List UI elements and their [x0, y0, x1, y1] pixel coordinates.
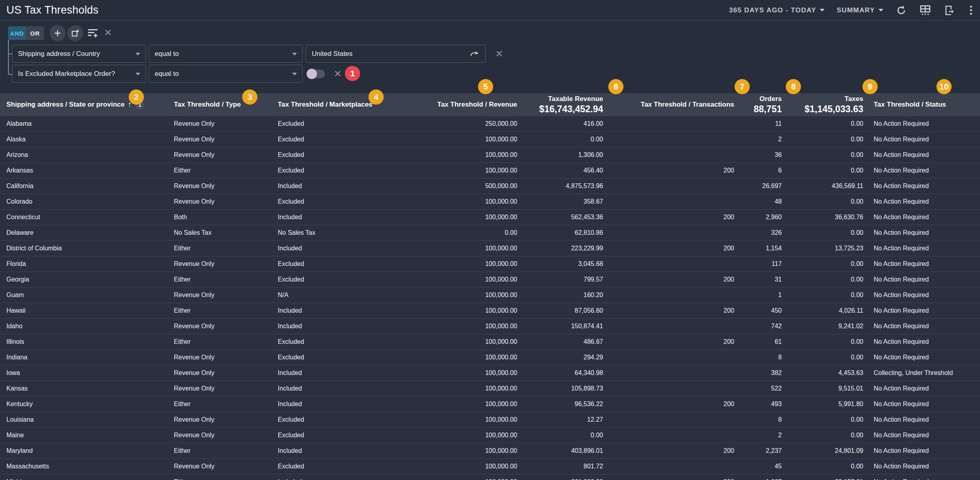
table-row[interactable]: GeorgiaEitherExcluded100,000.00799.57200… — [0, 272, 980, 288]
table-row[interactable]: CaliforniaRevenue OnlyIncluded500,000.00… — [0, 179, 980, 194]
cell-transactions: 200 — [606, 210, 737, 225]
column-total: $1,145,033.63 — [805, 104, 863, 115]
column-header-taxable-revenue[interactable]: Taxable Revenue $16,743,452.94 — [520, 95, 606, 115]
cell-type: Revenue Only — [174, 459, 278, 474]
or-button[interactable]: OR — [26, 26, 44, 40]
column-header-orders[interactable]: Orders 88,751 — [737, 95, 784, 115]
table-row[interactable]: KansasRevenue OnlyIncluded100,000.00105,… — [0, 381, 980, 397]
logic-toggle: AND OR — [8, 26, 44, 40]
chevron-down-icon — [292, 73, 297, 75]
remove-condition-icon[interactable]: ✕ — [334, 69, 342, 79]
cell-state: Florida — [0, 256, 174, 272]
table-row[interactable]: MarylandEitherIncluded100,000.00403,896.… — [0, 443, 980, 459]
cell-taxable_revenue: 801.72 — [520, 459, 606, 474]
cell-type: Revenue Only — [174, 194, 278, 209]
column-header-state[interactable]: Shipping address / State or province ↑ 1 — [0, 100, 174, 109]
table-row[interactable]: MichiganEitherIncluded100,000.00261,002.… — [0, 474, 980, 480]
cell-revenue: 100,000.00 — [436, 288, 520, 303]
column-header-status[interactable]: Tax Threshold / Status — [866, 101, 980, 109]
column-header-type[interactable]: Tax Threshold / Type — [174, 101, 278, 109]
cell-type: Revenue Only — [174, 350, 278, 365]
column-header-marketplaces[interactable]: Tax Threshold / Marketplaces — [278, 101, 436, 109]
filter-add-icon[interactable] — [87, 28, 99, 40]
cell-state: District of Columbia — [0, 241, 174, 256]
refresh-icon[interactable] — [895, 4, 907, 16]
table-icon[interactable] — [919, 4, 931, 16]
table-row[interactable]: FloridaRevenue OnlyExcluded100,000.003,0… — [0, 256, 980, 272]
cell-taxes: 13,725.23 — [784, 241, 866, 256]
column-header-taxes[interactable]: Taxes $1,145,033.63 — [784, 95, 866, 115]
cell-taxable_revenue: 62,810.86 — [520, 225, 606, 240]
filter-value-input[interactable]: United States — [306, 45, 486, 63]
clear-filters-icon[interactable]: ✕ — [104, 28, 112, 38]
cell-state: Idaho — [0, 319, 174, 334]
cell-marketplaces: Excluded — [278, 116, 436, 131]
table-row[interactable]: ArkansasEitherExcluded100,000.00456.4020… — [0, 163, 980, 179]
table-row[interactable]: MassachusettsRevenue OnlyExcluded100,000… — [0, 459, 980, 474]
cell-revenue: 100,000.00 — [436, 241, 520, 256]
cell-state: Kansas — [0, 381, 174, 396]
cell-transactions — [606, 319, 737, 334]
table-row[interactable]: KentuckyEitherIncluded100,000.0096,536.2… — [0, 397, 980, 412]
cell-type: Either — [174, 163, 278, 178]
cell-transactions — [606, 350, 737, 365]
redo-icon[interactable] — [469, 50, 480, 60]
kebab-menu-icon[interactable] — [967, 4, 974, 16]
table-row[interactable]: ConnecticutBothIncluded100,000.00562,453… — [0, 210, 980, 225]
table-row[interactable]: LouisianaRevenue OnlyExcluded100,000.001… — [0, 412, 980, 428]
cell-state: Louisiana — [0, 412, 174, 427]
column-label: Taxes — [845, 95, 863, 103]
cell-marketplaces: Excluded — [278, 132, 436, 147]
cell-transactions: 200 — [606, 272, 737, 287]
table-row[interactable]: ColoradoRevenue OnlyExcluded100,000.0035… — [0, 194, 980, 210]
table-row[interactable]: AlabamaRevenue OnlyExcluded250,000.00416… — [0, 116, 980, 132]
table-row[interactable]: IdahoRevenue OnlyIncluded100,000.00150,8… — [0, 319, 980, 334]
table-row[interactable]: HawaiiEitherIncluded100,000.0087,056.602… — [0, 303, 980, 319]
filter-field-select[interactable]: Shipping address / Country — [12, 45, 146, 63]
cell-type: Either — [174, 443, 278, 458]
view-mode-selector[interactable]: SUMMARY — [837, 6, 883, 14]
add-filter-button[interactable] — [50, 25, 66, 41]
table-row[interactable]: ArizonaRevenue OnlyExcluded100,000.001,3… — [0, 147, 980, 163]
table-row[interactable]: GuamRevenue OnlyN/A100,000.00160.2010.00… — [0, 288, 980, 303]
toggle-knob — [307, 69, 317, 79]
cell-transactions: 200 — [606, 241, 737, 256]
cell-revenue: 100,000.00 — [436, 303, 520, 318]
cell-revenue: 100,000.00 — [436, 163, 520, 178]
boolean-toggle[interactable] — [307, 69, 325, 78]
filter-operator-select[interactable]: equal to — [149, 45, 303, 63]
table-row[interactable]: District of ColumbiaEitherIncluded100,00… — [0, 241, 980, 256]
cell-revenue: 100,000.00 — [436, 210, 520, 225]
cell-orders: 382 — [737, 365, 784, 381]
remove-condition-icon[interactable]: ✕ — [495, 49, 503, 59]
table-row[interactable]: IowaRevenue OnlyIncluded100,000.0064,340… — [0, 365, 980, 381]
cell-orders: 493 — [737, 397, 784, 412]
cell-state: Alabama — [0, 116, 174, 131]
annotation-badge-1: 1 — [345, 66, 360, 81]
table-row[interactable]: DelawareNo Sales TaxNo Sales Tax0.0062,8… — [0, 225, 980, 241]
filter-operator-select[interactable]: equal to — [149, 65, 303, 83]
cell-taxes: 0.00 — [784, 350, 866, 365]
cell-type: Revenue Only — [174, 132, 278, 147]
cell-taxes: 436,569.11 — [784, 179, 866, 194]
cell-transactions — [606, 194, 737, 209]
filter-field-select[interactable]: Is Excluded Marketplace Order? — [12, 65, 146, 83]
page-title: US Tax Thresholds — [0, 4, 99, 16]
table-row[interactable]: AlaskaRevenue OnlyExcluded100,000.000.00… — [0, 132, 980, 147]
date-range-selector[interactable]: 365 DAYS AGO - TODAY — [729, 6, 825, 14]
export-icon[interactable] — [943, 4, 955, 16]
table-row[interactable]: MaineRevenue OnlyExcluded100,000.000.002… — [0, 428, 980, 443]
column-header-revenue[interactable]: Tax Threshold / Revenue — [436, 101, 520, 109]
cell-orders: 11 — [737, 116, 784, 131]
cell-orders: 1 — [737, 288, 784, 303]
cell-taxable_revenue: 3,045.68 — [520, 256, 606, 272]
add-group-button[interactable] — [67, 25, 83, 41]
and-button[interactable]: AND — [8, 26, 26, 40]
cell-type: Revenue Only — [174, 412, 278, 427]
table-row[interactable]: IndianaRevenue OnlyExcluded100,000.00294… — [0, 350, 980, 365]
table-row[interactable]: IllinoisEitherExcluded100,000.00486.6720… — [0, 334, 980, 350]
cell-transactions — [606, 288, 737, 303]
cell-taxes: 36,630.76 — [784, 210, 866, 225]
cell-status: No Action Required — [866, 194, 980, 209]
column-header-transactions[interactable]: Tax Threshold / Transactions — [606, 101, 737, 109]
